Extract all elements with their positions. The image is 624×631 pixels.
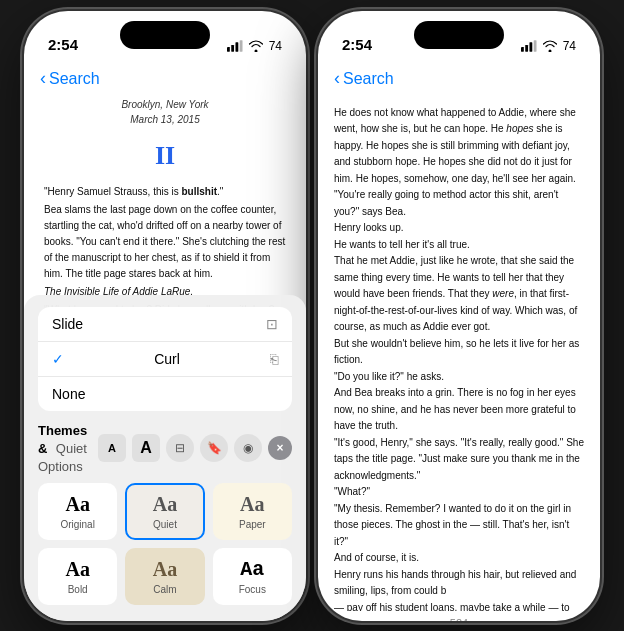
theme-quiet-label: Quiet [135,519,194,530]
svg-rect-1 [231,45,234,52]
signal-icon-right [521,40,537,52]
themes-header: Themes & Quiet Options A A ⊟ 🔖 ◉ × [38,421,292,475]
format-icon-btn[interactable]: ⊟ [166,434,194,462]
para-2: Bea slams the last page down on the coff… [44,202,286,282]
right-phone: 2:54 74 ‹ Search [318,11,600,621]
slide-icon: ⊡ [266,316,278,332]
close-overlay-btn[interactable]: × [268,436,292,460]
back-button-right[interactable]: ‹ Search [334,68,394,89]
back-icon-right: ‹ [334,68,340,89]
time-right: 2:54 [342,36,372,53]
bookmark-icon-btn[interactable]: 🔖 [200,434,228,462]
dynamic-island [120,21,210,49]
right-para-12: And of course, it is. [334,550,584,567]
signal-icon [227,40,243,52]
left-phone: 2:54 74 ‹ Search [24,11,306,621]
transition-slide[interactable]: Slide ⊡ [38,307,292,342]
none-label: None [52,386,85,402]
right-para-3: Henry looks up. [334,220,584,237]
book-title: Brooklyn, New York March 13, 2015 [44,97,286,128]
curl-checkmark: ✓ [52,351,64,367]
battery-left: 74 [269,39,282,53]
theme-paper-label: Paper [223,519,282,530]
right-para-4: He wants to tell her it's all true. [334,237,584,254]
time-left: 2:54 [48,36,78,53]
wifi-icon-right [542,40,558,52]
book-location: Brooklyn, New York [44,97,286,113]
transition-options: Slide ⊡ ✓ Curl ⎗ None [38,307,292,411]
font-controls: A A ⊟ 🔖 ◉ × [98,434,292,462]
theme-focus-preview: Aa [223,558,282,581]
phones-container: 2:54 74 ‹ Search [24,11,600,621]
eye-icon-btn[interactable]: ◉ [234,434,262,462]
chapter-number: II [44,136,286,176]
theme-bold-label: Bold [48,584,107,595]
back-label-left: Search [49,70,100,88]
theme-calm-label: Calm [135,584,194,595]
book-date: March 13, 2015 [44,112,286,128]
theme-calm-card[interactable]: Aa Calm [125,548,204,605]
nav-bar-left: ‹ Search [24,61,306,97]
curl-label: Curl [154,351,180,367]
theme-original-preview: Aa [48,493,107,516]
right-para-11: "My thesis. Remember? I wanted to do it … [334,501,584,551]
theme-focus-card[interactable]: Aa Focus [213,548,292,605]
theme-original-card[interactable]: Aa Original [38,483,117,540]
theme-original-label: Original [48,519,107,530]
battery-right: 74 [563,39,576,53]
right-para-9: "It's good, Henry," she says. "It's real… [334,435,584,485]
right-para-5: That he met Addie, just like he wrote, t… [334,253,584,336]
theme-quiet-preview: Aa [135,493,194,516]
page-number-bar: 524 [318,611,600,621]
svg-rect-6 [529,42,532,51]
svg-rect-4 [521,46,524,51]
slide-label: Slide [52,316,83,332]
status-icons-left: 74 [227,39,282,53]
transition-curl[interactable]: ✓ Curl ⎗ [38,342,292,377]
svg-rect-3 [239,40,242,51]
theme-quiet-card[interactable]: Aa Quiet [125,483,204,540]
svg-rect-0 [227,46,230,51]
theme-calm-preview: Aa [135,558,194,581]
nav-bar-right: ‹ Search [318,61,600,97]
right-para-1: He does not know what happened to Addie,… [334,105,584,188]
theme-paper-preview: Aa [223,493,282,516]
para-1: "Henry Samuel Strauss, this is bullshit.… [44,184,286,200]
wifi-icon [248,40,264,52]
transition-none[interactable]: None [38,377,292,411]
theme-paper-card[interactable]: Aa Paper [213,483,292,540]
right-para-8: And Bea breaks into a grin. There is no … [334,385,584,435]
svg-rect-5 [525,45,528,52]
theme-bold-card[interactable]: Aa Bold [38,548,117,605]
overlay-panel: Slide ⊡ ✓ Curl ⎗ None Themes & Quiet Opt… [24,295,306,621]
status-icons-right: 74 [521,39,576,53]
right-para-10: "What?" [334,484,584,501]
back-button-left[interactable]: ‹ Search [40,68,100,89]
right-para-13: Henry runs his hands through his hair, b… [334,567,584,600]
theme-grid: Aa Original Aa Quiet Aa Paper Aa Bold Aa [38,483,292,605]
font-small-btn[interactable]: A [98,434,126,462]
dynamic-island-right [414,21,504,49]
right-para-14: — pay off his student loans, maybe take … [334,600,584,611]
svg-rect-7 [533,40,536,51]
themes-section-label: Themes & Quiet Options [38,421,98,475]
curl-icon: ⎗ [270,351,278,367]
svg-rect-2 [235,42,238,51]
book-content-right: He does not know what happened to Addie,… [318,97,600,611]
theme-bold-preview: Aa [48,558,107,581]
back-label-right: Search [343,70,394,88]
right-para-7: "Do you like it?" he asks. [334,369,584,386]
page-number: 524 [450,617,468,621]
font-large-btn[interactable]: A [132,434,160,462]
theme-focus-label: Focus [223,584,282,595]
right-para-6: But she wouldn't believe him, so he lets… [334,336,584,369]
back-icon-left: ‹ [40,68,46,89]
right-para-2: "You're really going to method actor thi… [334,187,584,220]
